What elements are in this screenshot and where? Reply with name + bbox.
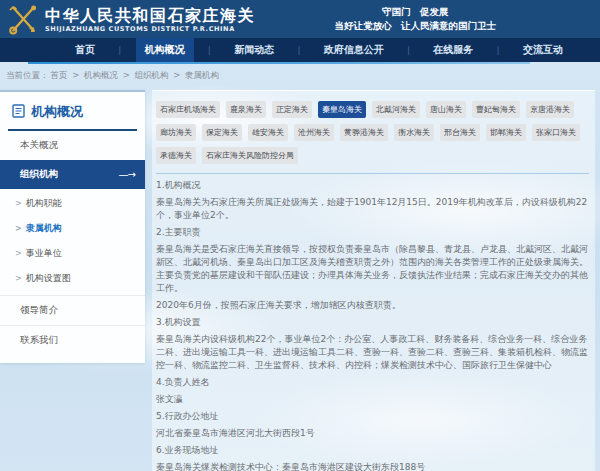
sidebar-subitem-label: 事业单位 <box>26 248 62 258</box>
sidebar-subitem-label: 机构职能 <box>26 198 62 208</box>
nav-item-news[interactable]: 新闻动态 <box>225 38 283 62</box>
sidebar-item-leaders[interactable]: 领导简介 <box>0 295 145 325</box>
customs-tab[interactable]: 沧州海关 <box>294 124 334 141</box>
sidebar-subgroup: >机构职能 >隶属机构 >事业单位 >机构设置图 <box>0 189 145 295</box>
slogan-line-2: 当好让党放心 让人民满意的国门卫士 <box>335 19 497 33</box>
breadcrumb-link-organization[interactable]: 组织机构 <box>135 70 169 80</box>
nav-separator: | <box>297 45 300 55</box>
breadcrumb-prefix: 当前位置： <box>6 70 49 80</box>
article-paragraph: 2020年6月份，按照石家庄海关要求，增加辖区内核查职责。 <box>156 299 589 312</box>
sidebar-item-contact[interactable]: 联系我们 <box>0 325 145 355</box>
breadcrumb-separator: > <box>123 70 130 80</box>
nav-item-gov-info[interactable]: 政府信息公开 <box>315 38 393 62</box>
article-paragraph: 6.业务现场地址 <box>156 444 589 457</box>
sidebar-subitem-label: 隶属机构 <box>26 223 62 233</box>
site-titles: 中华人民共和国石家庄海关 SHIJIAZHUANG CUSTOMS DISTRI… <box>45 6 255 33</box>
header-slogan: 守国门 促发展 当好让党放心 让人民满意的国门卫士 <box>335 5 497 32</box>
main-nav: 首页 | 机构概况 | 新闻动态 | 政府信息公开 | 在线服务 | 交流互动 <box>0 38 600 62</box>
customs-tab[interactable]: 石家庄海关风险防控分局 <box>202 147 298 164</box>
customs-tab-active[interactable]: 秦皇岛海关 <box>318 101 366 118</box>
breadcrumb-link-home[interactable]: 首页 <box>51 70 68 80</box>
page: 中华人民共和国石家庄海关 SHIJIAZHUANG CUSTOMS DISTRI… <box>0 0 600 471</box>
customs-tab[interactable]: 保定海关 <box>202 124 242 141</box>
chevron-right-icon: > <box>15 224 22 233</box>
article-paragraph: 秦皇岛海关内设科级机构22个，事业单位2个：办公室、人事政工科、财务装备科、综合… <box>156 333 589 372</box>
chevron-right-icon: > <box>15 249 22 258</box>
customs-tab[interactable]: 鹿泉海关 <box>226 101 266 118</box>
article-paragraph: 3.机构设置 <box>156 316 589 329</box>
customs-tab[interactable]: 衡水海关 <box>394 124 434 141</box>
chevron-right-icon: > <box>15 199 22 208</box>
arrow-right-icon: —→ <box>119 169 135 180</box>
chevron-right-icon: > <box>15 274 22 283</box>
article-paragraph: 1.机构概况 <box>156 179 589 192</box>
sidebar-subitem-subordinate[interactable]: >隶属机构 <box>0 216 145 241</box>
customs-tab[interactable]: 石家庄机场海关 <box>156 101 220 118</box>
sidebar-subitem-institutions[interactable]: >事业单位 <box>0 241 145 266</box>
customs-tab[interactable]: 邯郸海关 <box>486 124 526 141</box>
customs-tab[interactable]: 邢台海关 <box>440 124 480 141</box>
article-paragraph: 2.主要职责 <box>156 226 589 239</box>
site-title: 中华人民共和国石家庄海关 <box>45 6 255 25</box>
main-content: 石家庄机场海关 鹿泉海关 正定海关 秦皇岛海关 北戴河海关 唐山海关 曹妃甸海关… <box>152 90 595 471</box>
sidebar-item-organization[interactable]: 组织机构 —→ <box>0 160 145 189</box>
nav-item-overview[interactable]: 机构概况 <box>136 38 194 62</box>
customs-tab[interactable]: 京唐港海关 <box>526 101 574 118</box>
document-icon <box>12 104 25 121</box>
nav-item-online-services[interactable]: 在线服务 <box>424 38 482 62</box>
content-divider <box>156 173 589 174</box>
nav-separator: | <box>497 45 500 55</box>
nav-item-interaction[interactable]: 交流互动 <box>514 38 572 62</box>
customs-tab[interactable]: 北戴河海关 <box>372 101 420 118</box>
breadcrumb-link-overview[interactable]: 机构概况 <box>84 70 118 80</box>
customs-tab[interactable]: 正定海关 <box>272 101 312 118</box>
sidebar-subitem-functions[interactable]: >机构职能 <box>0 191 145 216</box>
breadcrumb-link-subordinate[interactable]: 隶属机构 <box>185 70 219 80</box>
article-paragraph: 张文瀛 <box>156 393 589 406</box>
customs-tab[interactable]: 雄安海关 <box>248 124 288 141</box>
customs-tab[interactable]: 承德海关 <box>156 147 196 164</box>
customs-emblem-icon <box>6 3 40 35</box>
customs-tab[interactable]: 廊坊海关 <box>156 124 196 141</box>
sidebar-item-overview[interactable]: 本关概况 <box>0 131 145 160</box>
slogan-line-1: 守国门 促发展 <box>335 5 497 19</box>
breadcrumb: 当前位置：首页 > 机构概况 > 组织机构 > 隶属机构 <box>0 64 600 85</box>
article-paragraph: 5.行政办公地址 <box>156 410 589 423</box>
site-header: 中华人民共和国石家庄海关 SHIJIAZHUANG CUSTOMS DISTRI… <box>0 0 600 38</box>
article-paragraph: 4.负责人姓名 <box>156 376 589 389</box>
nav-separator: | <box>118 45 121 55</box>
sidebar-subitem-org-chart[interactable]: >机构设置图 <box>0 266 145 291</box>
body-area: 机构概况 本关概况 组织机构 —→ >机构职能 >隶属机构 >事业单位 >机构设… <box>0 85 600 471</box>
customs-tab[interactable]: 曹妃甸海关 <box>472 101 520 118</box>
customs-tab[interactable]: 张家口海关 <box>532 124 580 141</box>
site-subtitle: SHIJIAZHUANG CUSTOMS DISTRICT P.R.CHINA <box>45 25 255 33</box>
article: 1.机构概况 秦皇岛海关为石家庄海关所属正处级海关，始建于1901年12月15日… <box>156 179 589 471</box>
sidebar-item-label: 组织机构 <box>20 168 58 181</box>
article-paragraph: 河北省秦皇岛市海港区河北大街西段1号 <box>156 427 589 440</box>
nav-separator: | <box>407 45 410 55</box>
customs-tabs: 石家庄机场海关 鹿泉海关 正定海关 秦皇岛海关 北戴河海关 唐山海关 曹妃甸海关… <box>156 98 589 173</box>
nav-separator: | <box>208 45 211 55</box>
sidebar: 机构概况 本关概况 组织机构 —→ >机构职能 >隶属机构 >事业单位 >机构设… <box>0 90 145 363</box>
article-paragraph: 秦皇岛海关是受石家庄海关直接领导，按授权负责秦皇岛市（除昌黎县、青龙县、卢龙县、… <box>156 243 589 295</box>
sidebar-title: 机构概况 <box>31 103 83 121</box>
customs-tab[interactable]: 黄骅港海关 <box>340 124 388 141</box>
sidebar-subitem-label: 机构设置图 <box>26 273 71 283</box>
breadcrumb-separator: > <box>173 70 180 80</box>
customs-tab[interactable]: 唐山海关 <box>426 101 466 118</box>
sidebar-header: 机构概况 <box>8 92 137 131</box>
article-paragraph: 秦皇岛海关煤炭检测技术中心：秦皇岛市海港区建设大街东段188号 <box>156 461 589 471</box>
breadcrumb-separator: > <box>72 70 79 80</box>
article-paragraph: 秦皇岛海关为石家庄海关所属正处级海关，始建于1901年12月15日。2019年机… <box>156 196 589 222</box>
nav-item-home[interactable]: 首页 <box>66 38 104 62</box>
